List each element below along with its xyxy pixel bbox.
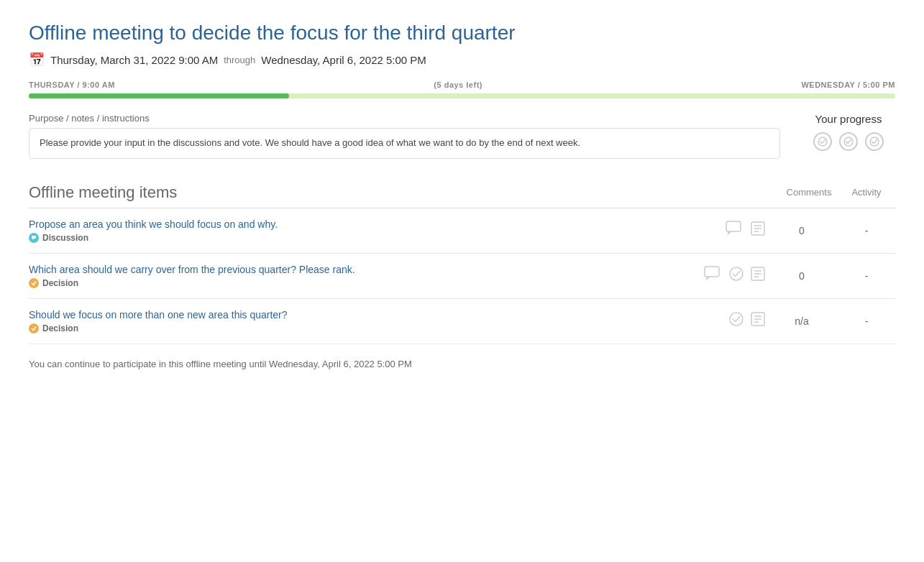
item-info-2: Which area should we carry over from the… bbox=[29, 264, 697, 288]
discussion-icon bbox=[29, 233, 39, 243]
progress-bar-fill bbox=[29, 93, 289, 98]
table-row: Propose an area you think we should focu… bbox=[29, 208, 895, 254]
table-row: Which area should we carry over from the… bbox=[29, 254, 895, 299]
end-date: Wednesday, April 6, 2022 5:00 PM bbox=[261, 54, 426, 66]
item-type-label-3: Decision bbox=[42, 323, 78, 333]
meeting-items-section: Offline meeting items Comments Activity … bbox=[29, 183, 895, 344]
decision-icon-3 bbox=[29, 323, 39, 333]
event-date-row: 📅 Thursday, March 31, 2022 9:00 AM throu… bbox=[29, 52, 895, 68]
timeline-start-label: THURSDAY / 9:00 AM bbox=[29, 80, 115, 89]
item-link-3[interactable]: Should we focus on more than one new are… bbox=[29, 309, 721, 321]
item-type-1: Discussion bbox=[29, 233, 718, 243]
item-info-1: Propose an area you think we should focu… bbox=[29, 218, 718, 243]
meeting-items-title: Offline meeting items bbox=[29, 183, 177, 202]
timeline-progress-bar bbox=[29, 93, 895, 98]
svg-marker-4 bbox=[32, 239, 34, 240]
item-activity-1: - bbox=[838, 225, 895, 236]
item-activity-3: - bbox=[838, 315, 895, 327]
edit-icon-2[interactable] bbox=[750, 266, 766, 285]
col-headers: Comments Activity bbox=[780, 187, 895, 198]
calendar-icon: 📅 bbox=[29, 52, 45, 68]
item-type-label-1: Discussion bbox=[42, 233, 88, 243]
item-actions-2 bbox=[704, 266, 766, 285]
purpose-label: Purpose / notes / instructions bbox=[29, 113, 780, 124]
svg-rect-5 bbox=[726, 221, 741, 231]
edit-icon-3[interactable] bbox=[750, 311, 766, 331]
progress-check-1 bbox=[813, 132, 832, 151]
chat-icon-1[interactable] bbox=[726, 221, 744, 240]
item-link-1[interactable]: Propose an area you think we should focu… bbox=[29, 218, 718, 230]
item-info-3: Should we focus on more than one new are… bbox=[29, 309, 721, 333]
footer-note: You can continue to participate in this … bbox=[29, 359, 895, 369]
svg-rect-3 bbox=[32, 236, 36, 239]
purpose-section: Purpose / notes / instructions Please pr… bbox=[29, 113, 780, 159]
progress-check-2 bbox=[839, 132, 858, 151]
table-row: Should we focus on more than one new are… bbox=[29, 299, 895, 344]
item-link-2[interactable]: Which area should we carry over from the… bbox=[29, 264, 697, 275]
item-type-3: Decision bbox=[29, 323, 721, 333]
timeline-end-label: WEDNESDAY / 5:00 PM bbox=[801, 80, 895, 89]
item-actions-1 bbox=[726, 221, 766, 240]
item-comments-3: n/a bbox=[773, 315, 831, 327]
decision-icon-2 bbox=[29, 278, 39, 288]
check-circle-icon-2[interactable] bbox=[728, 266, 744, 285]
svg-point-11 bbox=[730, 267, 743, 280]
your-progress-label: Your progress bbox=[802, 113, 895, 125]
through-label: through bbox=[224, 55, 255, 65]
check-circle-icon-3[interactable] bbox=[728, 311, 744, 331]
svg-point-16 bbox=[730, 313, 743, 326]
item-type-2: Decision bbox=[29, 278, 697, 288]
meeting-items-header: Offline meeting items Comments Activity bbox=[29, 183, 895, 208]
progress-check-3 bbox=[865, 132, 884, 151]
chat-icon-2[interactable] bbox=[704, 266, 723, 285]
timeline-days-left: (5 days left) bbox=[434, 80, 482, 89]
item-comments-2: 0 bbox=[773, 270, 831, 282]
page-title: Offline meeting to decide the focus for … bbox=[29, 22, 895, 45]
edit-icon-1[interactable] bbox=[750, 221, 766, 240]
start-date: Thursday, March 31, 2022 9:00 AM bbox=[50, 54, 218, 66]
progress-icons bbox=[802, 132, 895, 151]
purpose-text: Please provide your input in the discuss… bbox=[29, 128, 780, 159]
item-actions-3 bbox=[728, 311, 766, 331]
timeline-row: THURSDAY / 9:00 AM (5 days left) WEDNESD… bbox=[29, 80, 895, 89]
your-progress-section: Your progress bbox=[802, 113, 895, 151]
svg-rect-10 bbox=[705, 267, 719, 277]
item-comments-1: 0 bbox=[773, 225, 831, 236]
item-activity-2: - bbox=[838, 270, 895, 282]
item-type-label-2: Decision bbox=[42, 278, 78, 288]
col-header-comments: Comments bbox=[780, 187, 838, 198]
col-header-activity: Activity bbox=[838, 187, 895, 198]
